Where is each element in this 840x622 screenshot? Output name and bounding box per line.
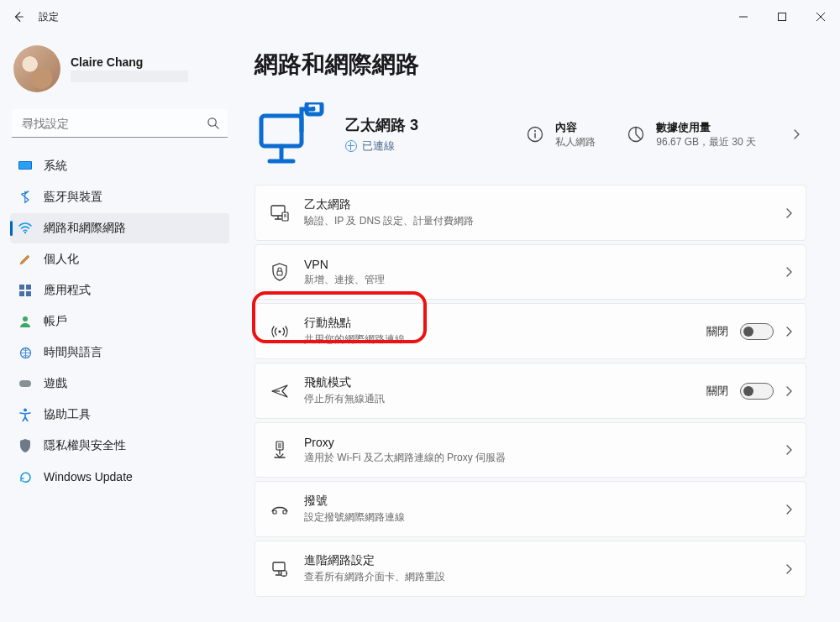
card-sub: 驗證、IP 及 DNS 設定、計量付費網路 — [304, 214, 785, 228]
sidebar-item-privacy[interactable]: 隱私權與安全性 — [10, 431, 229, 461]
svg-rect-15 — [312, 107, 315, 110]
sidebar-item-accessibility[interactable]: 協助工具 — [10, 400, 229, 430]
profile-email-placeholder — [71, 71, 188, 82]
sidebar: Claire Chang 系統 藍牙與裝置 網路和網際網路 — [0, 34, 239, 622]
sidebar-item-gaming[interactable]: 遊戲 — [10, 368, 229, 399]
chevron-right-icon — [785, 445, 792, 455]
card-sub: 新增、連接、管理 — [304, 273, 785, 287]
card-airplane-mode[interactable]: 飛航模式 停止所有無線通訊 關閉 — [255, 363, 806, 419]
card-sub: 設定撥號網際網路連線 — [304, 510, 785, 525]
svg-rect-13 — [261, 116, 302, 146]
svg-point-9 — [23, 316, 28, 321]
page-title: 網路和網際網路 — [255, 49, 806, 81]
svg-rect-7 — [19, 291, 24, 296]
apps-icon — [18, 284, 32, 297]
data-usage-link[interactable]: 數據使用量 96.67 GB，最近 30 天 — [626, 120, 756, 149]
sidebar-item-personalization[interactable]: 個人化 — [10, 244, 229, 274]
sidebar-item-label: 系統 — [44, 159, 67, 174]
profile-block[interactable]: Claire Chang — [8, 34, 231, 106]
svg-rect-25 — [273, 510, 276, 514]
sidebar-item-time-language[interactable]: 時間與語言 — [10, 337, 229, 368]
window-controls — [724, 0, 840, 34]
accessibility-icon — [18, 408, 32, 421]
sidebar-item-label: 藍牙與裝置 — [44, 190, 102, 205]
sidebar-item-label: 帳戶 — [44, 314, 67, 329]
wifi-icon — [18, 222, 32, 235]
status-expand-button[interactable] — [786, 128, 806, 140]
sidebar-item-system[interactable]: 系統 — [10, 151, 229, 181]
chevron-right-icon — [785, 267, 792, 277]
main-content: 網路和網際網路 乙太網路 3 已連線 — [239, 34, 840, 622]
chevron-right-icon — [785, 504, 792, 515]
card-title: 乙太網路 — [304, 197, 785, 212]
card-mobile-hotspot[interactable]: 行動熱點 共用您的網際網路連線 關閉 — [255, 303, 806, 359]
svg-rect-6 — [26, 285, 31, 290]
connection-state: 已連線 — [362, 139, 395, 154]
maximize-button[interactable] — [763, 0, 801, 34]
back-button[interactable] — [12, 10, 25, 24]
card-sub: 共用您的網際網路連線 — [304, 332, 706, 347]
sidebar-item-label: 網路和網際網路 — [44, 221, 126, 236]
window-title: 設定 — [39, 10, 59, 24]
titlebar: 設定 — [0, 0, 840, 34]
svg-rect-3 — [19, 162, 31, 169]
card-ethernet[interactable]: 乙太網路 驗證、IP 及 DNS 設定、計量付費網路 — [255, 185, 806, 241]
svg-rect-11 — [19, 380, 31, 387]
sidebar-item-apps[interactable]: 應用程式 — [10, 275, 229, 306]
sidebar-item-label: 協助工具 — [44, 407, 91, 422]
shield-lock-icon — [267, 263, 292, 281]
toggle-state-label: 關閉 — [706, 384, 728, 399]
card-proxy[interactable]: Proxy 適用於 Wi-Fi 及乙太網路連線的 Proxy 伺服器 — [255, 422, 806, 478]
card-sub: 停止所有無線通訊 — [304, 392, 706, 406]
sidebar-item-network[interactable]: 網路和網際網路 — [10, 213, 229, 243]
svg-point-23 — [278, 330, 281, 332]
svg-rect-26 — [283, 510, 286, 514]
account-icon — [18, 315, 32, 328]
svg-point-4 — [24, 232, 26, 233]
chevron-right-icon — [785, 327, 792, 337]
svg-rect-27 — [273, 562, 285, 571]
proxy-icon — [267, 441, 292, 459]
globe-icon — [345, 140, 357, 152]
brush-icon — [18, 253, 32, 266]
close-button[interactable] — [801, 0, 840, 34]
sidebar-item-label: 遊戲 — [44, 376, 67, 391]
card-title: 行動熱點 — [304, 316, 706, 331]
card-sub: 適用於 Wi-Fi 及乙太網路連線的 Proxy 伺服器 — [304, 451, 785, 465]
svg-point-17 — [534, 130, 536, 132]
info-icon — [525, 124, 545, 144]
svg-rect-8 — [26, 291, 31, 296]
network-status-row: 乙太網路 3 已連線 內容 私人網路 數據使用量 96.67 GB，最近 30 … — [255, 96, 806, 185]
network-properties-link[interactable]: 內容 私人網路 — [525, 120, 596, 149]
sidebar-item-label: 時間與語言 — [44, 345, 102, 360]
svg-point-12 — [24, 409, 27, 412]
chevron-right-icon — [785, 564, 792, 574]
sidebar-item-bluetooth[interactable]: 藍牙與裝置 — [10, 182, 229, 212]
profile-name: Claire Chang — [71, 55, 188, 69]
sidebar-item-label: 個人化 — [44, 252, 79, 267]
properties-heading: 內容 — [555, 120, 596, 135]
minimize-button[interactable] — [724, 0, 763, 34]
data-usage-icon — [626, 124, 646, 144]
sidebar-item-label: 應用程式 — [44, 283, 91, 298]
card-dialup[interactable]: 撥號 設定撥號網際網路連線 — [255, 481, 806, 537]
system-icon — [18, 159, 32, 173]
bluetooth-icon — [18, 191, 32, 204]
data-usage-sub: 96.67 GB，最近 30 天 — [656, 135, 756, 149]
svg-point-1 — [208, 118, 216, 126]
properties-sub: 私人網路 — [555, 135, 596, 149]
hotspot-icon — [267, 323, 292, 340]
card-title: Proxy — [304, 436, 785, 449]
network-illustration-icon — [255, 101, 330, 168]
search-input[interactable] — [12, 109, 228, 138]
airplane-toggle[interactable] — [740, 383, 774, 400]
card-vpn[interactable]: VPN 新增、連接、管理 — [255, 244, 806, 300]
avatar — [13, 45, 60, 92]
sidebar-item-accounts[interactable]: 帳戶 — [10, 306, 229, 337]
chevron-right-icon — [785, 208, 792, 218]
card-advanced-network[interactable]: 進階網路設定 查看所有網路介面卡、網路重設 — [255, 541, 806, 597]
sidebar-item-label: 隱私權與安全性 — [44, 438, 126, 453]
card-title: 飛航模式 — [304, 375, 706, 390]
hotspot-toggle[interactable] — [740, 323, 774, 340]
sidebar-item-windows-update[interactable]: Windows Update — [10, 462, 229, 492]
